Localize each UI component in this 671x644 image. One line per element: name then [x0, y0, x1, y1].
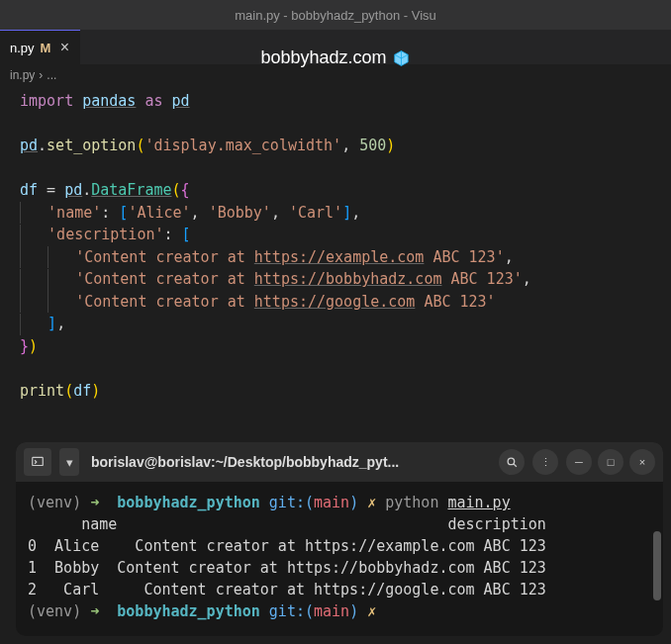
watermark-overlay: bobbyhadz.com — [260, 47, 410, 68]
code-line: 'name': ['Alice', 'Bobby', 'Carl'], — [20, 202, 671, 225]
terminal-scrollbar[interactable] — [653, 531, 661, 600]
maximize-button[interactable]: □ — [598, 449, 623, 475]
minimize-button[interactable]: ─ — [566, 449, 592, 475]
close-icon[interactable]: × — [56, 39, 72, 56]
tab-modified-badge: M — [41, 41, 51, 55]
terminal-line: 1 Bobby Content creator at https://bobby… — [28, 557, 651, 579]
menu-button[interactable]: ⋮ — [532, 449, 558, 475]
code-line: import pandas as pd — [20, 90, 671, 113]
chevron-right-icon: › — [39, 68, 43, 82]
code-line: 'Content creator at https://example.com … — [20, 246, 671, 269]
terminal-icon — [31, 455, 45, 469]
code-line: }) — [20, 335, 671, 358]
terminal-line: 2 Carl Content creator at https://google… — [28, 579, 651, 600]
maximize-icon: □ — [608, 456, 615, 468]
svg-point-1 — [508, 458, 515, 465]
terminal-new-tab-button[interactable] — [24, 448, 51, 476]
tab-filename: n.py — [10, 41, 35, 55]
watermark-text: bobbyhadz.com — [260, 47, 386, 68]
minimize-icon: ─ — [575, 456, 583, 468]
tab-main-py[interactable]: n.py M × — [0, 30, 80, 64]
terminal-line: 0 Alice Content creator at https://examp… — [28, 535, 651, 557]
code-line: print(df) — [20, 380, 671, 403]
code-line: 'Content creator at https://bobbyhadz.co… — [20, 268, 671, 291]
kebab-menu-icon: ⋮ — [540, 456, 551, 469]
chevron-down-icon: ▾ — [66, 455, 73, 470]
terminal-line: name description — [28, 513, 651, 535]
close-icon: × — [639, 456, 645, 468]
terminal-panel: ▾ borislav@borislav:~/Desktop/bobbyhadz_… — [16, 442, 663, 636]
code-line — [20, 113, 671, 136]
search-button[interactable] — [499, 449, 525, 475]
svg-rect-0 — [33, 457, 44, 465]
window-title: main.py - bobbyhadz_python - Visu — [235, 8, 436, 23]
svg-line-2 — [514, 464, 517, 467]
terminal-body[interactable]: (venv) ➜ bobbyhadz_python git:(main) ✗ p… — [16, 482, 663, 636]
close-button[interactable]: × — [629, 449, 655, 475]
code-line — [20, 357, 671, 380]
code-line: 'Content creator at https://google.com A… — [20, 291, 671, 314]
terminal-line: (venv) ➜ bobbyhadz_python git:(main) ✗ p… — [28, 492, 651, 513]
window-titlebar: main.py - bobbyhadz_python - Visu — [0, 0, 671, 30]
terminal-dropdown-button[interactable]: ▾ — [59, 448, 79, 476]
code-line — [20, 157, 671, 180]
code-line: ], — [20, 313, 671, 335]
search-icon — [506, 456, 519, 469]
breadcrumb-rest: ... — [47, 68, 56, 82]
terminal-header: ▾ borislav@borislav:~/Desktop/bobbyhadz_… — [16, 442, 663, 482]
code-line: pd.set_option('display.max_colwidth', 50… — [20, 135, 671, 157]
code-editor[interactable]: import pandas as pd pd.set_option('displ… — [0, 86, 671, 402]
terminal-line: (venv) ➜ bobbyhadz_python git:(main) ✗ — [28, 600, 651, 622]
cube-icon — [393, 49, 411, 67]
breadcrumb-file: in.py — [10, 68, 35, 82]
code-line: df = pd.DataFrame({ — [20, 179, 671, 202]
code-line: 'description': [ — [20, 224, 671, 246]
terminal-title: borislav@borislav:~/Desktop/bobbyhadz_py… — [87, 454, 491, 470]
